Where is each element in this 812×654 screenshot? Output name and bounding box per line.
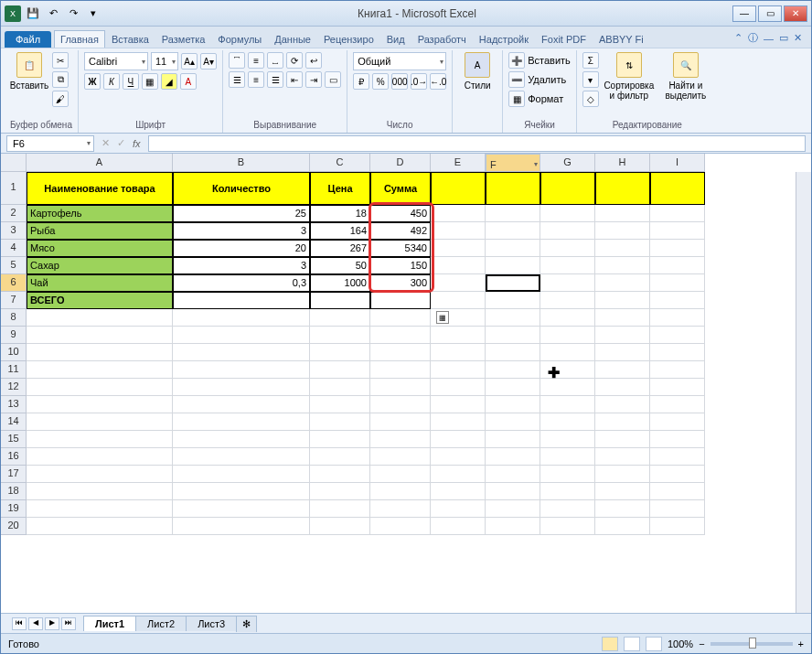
- fill-color-icon[interactable]: ◢: [161, 73, 177, 90]
- increase-indent-icon[interactable]: ⇥: [305, 71, 322, 88]
- cell-G7[interactable]: [540, 292, 595, 309]
- row-header-15[interactable]: 15: [1, 431, 27, 448]
- increase-decimal-icon[interactable]: .0→: [411, 73, 427, 90]
- tab-view[interactable]: Вид: [380, 30, 411, 48]
- sort-filter-button[interactable]: ⇅ Сортировка и фильтр: [603, 52, 656, 107]
- insert-cells-icon[interactable]: ➕: [508, 52, 525, 69]
- cell-A1[interactable]: Наименование товара: [27, 172, 173, 205]
- sheet-nav-prev[interactable]: ◀: [28, 617, 43, 630]
- cut-icon[interactable]: ✂: [52, 52, 69, 69]
- cell-D5[interactable]: 150: [370, 257, 431, 274]
- vertical-scrollbar[interactable]: [796, 172, 811, 613]
- cell-G3[interactable]: [540, 222, 595, 240]
- tab-layout[interactable]: Разметка: [155, 30, 212, 48]
- page-break-view-button[interactable]: [646, 637, 662, 651]
- sheet-nav-last[interactable]: ⏭: [61, 617, 76, 630]
- cell-E4[interactable]: [431, 240, 486, 257]
- cell-D7[interactable]: [370, 292, 431, 309]
- row-header-18[interactable]: 18: [1, 483, 27, 500]
- percent-icon[interactable]: %: [372, 73, 389, 90]
- row-header-19[interactable]: 19: [1, 500, 27, 518]
- styles-button[interactable]: A Стили: [458, 52, 497, 91]
- cell-F4[interactable]: [486, 240, 540, 257]
- tab-formulas[interactable]: Формулы: [211, 30, 268, 48]
- format-cells-icon[interactable]: ▦: [508, 91, 525, 107]
- cell-F1[interactable]: [486, 172, 540, 205]
- cell-C3[interactable]: 164: [310, 222, 370, 240]
- cell-F5[interactable]: [486, 257, 540, 274]
- new-sheet-button[interactable]: ✻: [236, 616, 257, 632]
- row-header-7[interactable]: 7: [1, 292, 27, 309]
- decrease-font-icon[interactable]: A▾: [200, 53, 217, 70]
- cell-C5[interactable]: 50: [310, 257, 370, 274]
- cell-H3[interactable]: [595, 222, 650, 240]
- row-header-8[interactable]: 8: [1, 309, 27, 327]
- tab-foxit[interactable]: Foxit PDF: [535, 30, 593, 48]
- fx-icon[interactable]: fx: [133, 138, 141, 149]
- autosum-icon[interactable]: Σ: [582, 52, 599, 69]
- cell-B1[interactable]: Количество: [173, 172, 310, 205]
- cell-C1[interactable]: Цена: [310, 172, 370, 205]
- tab-insert[interactable]: Вставка: [105, 30, 155, 48]
- cell-B3[interactable]: 3: [173, 222, 310, 240]
- format-cells-label[interactable]: Формат: [528, 93, 563, 104]
- align-center-icon[interactable]: ≡: [248, 71, 264, 88]
- select-all-corner[interactable]: [1, 154, 27, 172]
- cancel-formula-icon[interactable]: ✕: [102, 137, 110, 149]
- orientation-icon[interactable]: ⟳: [286, 52, 303, 69]
- delete-cells-icon[interactable]: ➖: [508, 71, 525, 88]
- tab-developer[interactable]: Разработч: [411, 30, 473, 48]
- row-header-3[interactable]: 3: [1, 222, 27, 240]
- row-header-14[interactable]: 14: [1, 413, 27, 431]
- cell-F3[interactable]: [486, 222, 540, 240]
- cell-G4[interactable]: [540, 240, 595, 257]
- cell-D4[interactable]: 5340: [370, 240, 431, 257]
- tab-data[interactable]: Данные: [268, 30, 317, 48]
- mdi-close-icon[interactable]: ✕: [794, 32, 802, 44]
- cell-F7[interactable]: [486, 292, 540, 309]
- cell-C2[interactable]: 18: [310, 205, 370, 222]
- cell-I3[interactable]: [650, 222, 705, 240]
- enter-formula-icon[interactable]: ✓: [117, 137, 125, 149]
- maximize-button[interactable]: ▭: [758, 5, 782, 22]
- cell-H2[interactable]: [595, 205, 650, 222]
- underline-button[interactable]: Ч: [123, 73, 139, 90]
- fill-icon[interactable]: ▾: [582, 71, 599, 88]
- row-header-6[interactable]: 6: [1, 274, 27, 292]
- help-icon[interactable]: ⓘ: [748, 31, 758, 45]
- cell-C7[interactable]: [310, 292, 370, 309]
- col-header-H[interactable]: H: [595, 154, 650, 172]
- clear-icon[interactable]: ◇: [582, 91, 599, 107]
- row-header-9[interactable]: 9: [1, 327, 27, 344]
- cell-D3[interactable]: 492: [370, 222, 431, 240]
- delete-cells-label[interactable]: Удалить: [528, 74, 566, 85]
- cell-A4[interactable]: Мясо: [27, 240, 173, 257]
- bold-button[interactable]: Ж: [84, 73, 101, 90]
- decrease-decimal-icon[interactable]: ←.0: [430, 73, 446, 90]
- qat-more-icon[interactable]: ▾: [85, 5, 102, 22]
- tab-home[interactable]: Главная: [54, 30, 105, 48]
- cell-E3[interactable]: [431, 222, 486, 240]
- cell-I7[interactable]: [650, 292, 705, 309]
- currency-icon[interactable]: ₽: [353, 73, 369, 90]
- cell-A3[interactable]: Рыба: [27, 222, 173, 240]
- cell-D2[interactable]: 450: [370, 205, 431, 222]
- cell-A2[interactable]: Картофель: [27, 205, 173, 222]
- comma-icon[interactable]: 000: [391, 73, 408, 90]
- zoom-in-button[interactable]: +: [798, 638, 804, 649]
- col-header-I[interactable]: I: [650, 154, 705, 172]
- normal-view-button[interactable]: [602, 637, 618, 651]
- zoom-out-button[interactable]: −: [699, 638, 704, 649]
- decrease-indent-icon[interactable]: ⇤: [286, 71, 303, 88]
- cell-H7[interactable]: [595, 292, 650, 309]
- cell-F6[interactable]: [486, 274, 540, 292]
- formula-input[interactable]: [148, 135, 806, 152]
- font-color-icon[interactable]: A: [180, 73, 197, 90]
- cell-B7[interactable]: [173, 292, 310, 309]
- cell-B4[interactable]: 20: [173, 240, 310, 257]
- cell-D6[interactable]: 300: [370, 274, 431, 292]
- font-name-select[interactable]: Calibri: [84, 52, 148, 70]
- increase-font-icon[interactable]: A▴: [181, 53, 198, 70]
- zoom-slider[interactable]: [710, 642, 793, 646]
- col-header-B[interactable]: B: [173, 154, 310, 172]
